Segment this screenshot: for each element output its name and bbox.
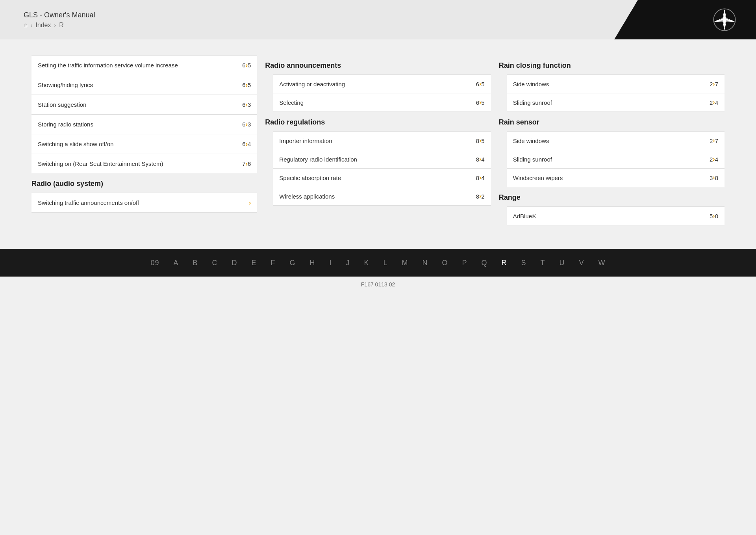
alpha-item-v[interactable]: V xyxy=(572,259,591,267)
alpha-item-w[interactable]: W xyxy=(591,259,613,267)
arrow-icon: › xyxy=(479,174,481,181)
list-item[interactable]: Setting the traffic information service … xyxy=(32,55,257,75)
list-item[interactable]: Switching on (Rear Seat Entertainment Sy… xyxy=(32,154,257,173)
alpha-item-j[interactable]: J xyxy=(339,259,357,267)
alpha-item-09[interactable]: 09 xyxy=(143,259,166,267)
alpha-item-s[interactable]: S xyxy=(514,259,534,267)
list-item[interactable]: Switching a slide show off/on 6›4 xyxy=(32,134,257,154)
alpha-item-a[interactable]: A xyxy=(166,259,185,267)
arrow-icon: › xyxy=(246,62,248,69)
alpha-item-m[interactable]: M xyxy=(395,259,415,267)
entry-page: 3›8 xyxy=(710,174,718,181)
entry-label: Side windows xyxy=(513,137,710,144)
alpha-item-u[interactable]: U xyxy=(552,259,572,267)
main-content: Setting the traffic information service … xyxy=(0,39,756,249)
list-item[interactable]: Showing/hiding lyrics 6›5 xyxy=(32,75,257,95)
arrow-icon: › xyxy=(246,121,248,128)
entry-label: AdBlue® xyxy=(513,213,710,219)
section-heading-rain-sensor: Rain sensor xyxy=(499,112,724,131)
entry-label: Side windows xyxy=(513,81,710,87)
header: GLS - Owner's Manual ⌂ › Index › R xyxy=(0,0,756,39)
entry-page: 5›0 xyxy=(710,212,718,219)
list-item[interactable]: Importer information 8›5 xyxy=(273,131,491,150)
arrow-icon: › xyxy=(246,141,248,148)
entry-page: 8›2 xyxy=(476,193,485,200)
list-item[interactable]: Specific absorption rate 8›4 xyxy=(273,168,491,187)
section-heading-radio-announcements: Radio announcements xyxy=(265,55,491,74)
footer-code: F167 0113 02 xyxy=(361,281,395,288)
alpha-item-c[interactable]: C xyxy=(205,259,224,267)
list-item[interactable]: Side windows 2›7 xyxy=(507,131,724,150)
alpha-item-n[interactable]: N xyxy=(415,259,435,267)
arrow-icon: › xyxy=(479,99,481,106)
entry-page: 2›4 xyxy=(710,156,718,163)
list-item[interactable]: Storing radio stations 6›3 xyxy=(32,114,257,134)
alpha-item-g[interactable]: G xyxy=(282,259,302,267)
alpha-item-t[interactable]: T xyxy=(534,259,552,267)
alpha-item-f[interactable]: F xyxy=(263,259,282,267)
sub-section-radio-regulations: Importer information 8›5 Regulatory radi… xyxy=(273,131,491,206)
list-item[interactable]: Side windows 2›7 xyxy=(507,74,724,93)
alpha-item-p[interactable]: P xyxy=(455,259,474,267)
alpha-item-b[interactable]: B xyxy=(185,259,205,267)
list-item[interactable]: Windscreen wipers 3›8 xyxy=(507,168,724,187)
home-icon[interactable]: ⌂ xyxy=(24,22,28,29)
list-item[interactable]: AdBlue® 5›0 xyxy=(507,206,724,225)
list-item[interactable]: Selecting 6›5 xyxy=(273,93,491,112)
entry-page: 7›6 xyxy=(242,160,251,167)
col-3: Rain closing function Side windows 2›7 S… xyxy=(499,55,724,225)
footer: F167 0113 02 xyxy=(0,277,756,292)
list-item[interactable]: Sliding sunroof 2›4 xyxy=(507,93,724,112)
list-item[interactable]: Wireless applications 8›2 xyxy=(273,187,491,206)
arrow-icon: › xyxy=(246,160,248,167)
entry-label: Importer information xyxy=(279,137,476,144)
list-item[interactable]: Regulatory radio identification 8›4 xyxy=(273,150,491,168)
alpha-item-q[interactable]: Q xyxy=(474,259,495,267)
entry-page: 8›4 xyxy=(476,174,485,181)
alphabet-nav: 09 A B C D E F G H I J K L M N O P Q R S… xyxy=(0,249,756,277)
arrow-icon: › xyxy=(479,156,481,163)
list-item[interactable]: Station suggestion 6›3 xyxy=(32,95,257,114)
entry-page: 2›7 xyxy=(710,80,718,87)
index-grid: Setting the traffic information service … xyxy=(32,55,724,225)
entry-label: Activating or deactivating xyxy=(279,81,476,87)
alpha-item-l[interactable]: L xyxy=(376,259,395,267)
arrow-icon: › xyxy=(246,101,248,108)
alpha-item-h[interactable]: H xyxy=(302,259,322,267)
alpha-item-i[interactable]: I xyxy=(322,259,339,267)
arrow-icon: › xyxy=(713,137,715,144)
alpha-item-o[interactable]: O xyxy=(435,259,455,267)
breadcrumb: ⌂ › Index › R xyxy=(24,22,95,29)
alpha-item-d[interactable]: D xyxy=(224,259,244,267)
entry-label: Selecting xyxy=(279,99,476,106)
entry-page: 6›5 xyxy=(242,62,251,69)
list-item[interactable]: Sliding sunroof 2›4 xyxy=(507,150,724,168)
entry-page: 8›5 xyxy=(476,137,485,144)
entry-page: 2›4 xyxy=(710,99,718,106)
list-item[interactable]: Switching traffic announcements on/off › xyxy=(32,193,257,213)
entry-label: Setting the traffic information service … xyxy=(38,61,242,69)
entry-page: 6›3 xyxy=(242,101,251,108)
sub-section-radio-announcements: Activating or deactivating 6›5 Selecting… xyxy=(273,74,491,112)
sub-section-rain-closing: Side windows 2›7 Sliding sunroof 2›4 xyxy=(507,74,724,112)
entry-page: 2›7 xyxy=(710,137,718,144)
breadcrumb-sep-1: › xyxy=(31,22,33,28)
logo-area xyxy=(614,0,756,39)
header-left: GLS - Owner's Manual ⌂ › Index › R xyxy=(24,11,95,29)
entry-page: 8›4 xyxy=(476,156,485,163)
section-heading-rain-closing: Rain closing function xyxy=(499,55,724,74)
alpha-item-e[interactable]: E xyxy=(244,259,263,267)
list-item[interactable]: Activating or deactivating 6›5 xyxy=(273,74,491,93)
arrow-icon: › xyxy=(479,137,481,144)
alpha-item-k[interactable]: K xyxy=(357,259,376,267)
breadcrumb-index[interactable]: Index xyxy=(35,22,51,29)
alpha-item-r[interactable]: R xyxy=(495,259,514,267)
sub-section-rain-sensor: Side windows 2›7 Sliding sunroof 2›4 Win… xyxy=(507,131,724,187)
entry-page: 6›5 xyxy=(476,99,485,106)
entry-label: Switching a slide show off/on xyxy=(38,140,242,148)
arrow-icon: › xyxy=(479,193,481,200)
arrow-icon: › xyxy=(713,174,715,181)
entry-label: Sliding sunroof xyxy=(513,99,710,106)
breadcrumb-r[interactable]: R xyxy=(59,22,64,29)
entry-label: Wireless applications xyxy=(279,193,476,200)
